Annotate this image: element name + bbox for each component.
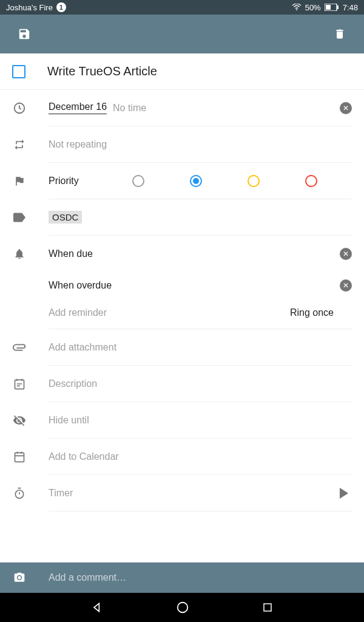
device-name: Joshua's Fire [6, 3, 53, 12]
description-field[interactable]: Description [49, 378, 97, 389]
camera-icon[interactable] [12, 572, 27, 584]
android-nav-bar [0, 593, 364, 622]
battery-percent: 50% [305, 3, 321, 12]
svg-rect-3 [337, 5, 339, 9]
attachment-field[interactable]: Add attachment [49, 342, 116, 353]
priority-medium[interactable] [248, 175, 260, 187]
task-title-row[interactable]: Write TrueOS Article [0, 53, 364, 90]
notification-count-badge: 1 [56, 2, 66, 12]
clear-reminder-due-button[interactable] [340, 248, 352, 260]
bell-icon [12, 248, 27, 260]
flag-icon [12, 175, 27, 187]
hide-until-field[interactable]: Hide until [49, 415, 89, 426]
clear-reminder-overdue-button[interactable] [340, 279, 352, 292]
calendar-field[interactable]: Add to Calendar [49, 451, 119, 462]
save-button[interactable] [12, 22, 36, 46]
tag-chip[interactable]: OSDC [49, 211, 82, 224]
timer-field[interactable]: Timer [49, 488, 73, 499]
priority-none[interactable] [132, 175, 144, 187]
due-date-field[interactable]: December 16 [49, 101, 107, 114]
task-title[interactable]: Write TrueOS Article [47, 64, 157, 78]
app-bar [0, 15, 364, 53]
priority-label: Priority [49, 176, 109, 186]
svg-rect-2 [326, 5, 331, 10]
reminder-mode[interactable]: Ring once [290, 307, 334, 318]
svg-rect-9 [264, 604, 271, 611]
repeat-icon [12, 138, 27, 151]
attachment-icon [12, 344, 27, 351]
timer-icon [12, 487, 27, 500]
clear-date-button[interactable] [340, 102, 352, 114]
nav-back-button[interactable] [91, 601, 103, 613]
status-bar: Joshua's Fire 1 50% 7:48 [0, 0, 364, 15]
reminder-when-due[interactable]: When due [49, 248, 93, 259]
calendar-icon [12, 451, 27, 463]
comment-bar[interactable]: Add a comment… [0, 562, 364, 593]
delete-button[interactable] [328, 22, 352, 46]
timer-play-button[interactable] [340, 488, 348, 499]
priority-high[interactable] [305, 175, 317, 187]
comment-input[interactable]: Add a comment… [49, 572, 126, 583]
repeat-field[interactable]: Not repeating [49, 139, 107, 150]
complete-checkbox[interactable] [12, 65, 25, 78]
add-reminder[interactable]: Add reminder [49, 307, 107, 318]
description-icon [12, 378, 27, 390]
reminder-when-overdue[interactable]: When overdue [49, 280, 112, 291]
clock-icon [12, 101, 27, 115]
due-time-field[interactable]: No time [113, 103, 146, 114]
nav-home-button[interactable] [176, 601, 189, 614]
hide-icon [12, 414, 27, 427]
wifi-icon [292, 4, 302, 11]
priority-low[interactable] [190, 175, 202, 187]
battery-icon [325, 4, 339, 11]
tag-icon [12, 213, 27, 222]
svg-point-8 [178, 603, 188, 613]
svg-point-0 [296, 9, 297, 10]
svg-rect-6 [15, 453, 24, 462]
nav-recent-button[interactable] [262, 602, 273, 613]
clock-time: 7:48 [343, 3, 358, 12]
